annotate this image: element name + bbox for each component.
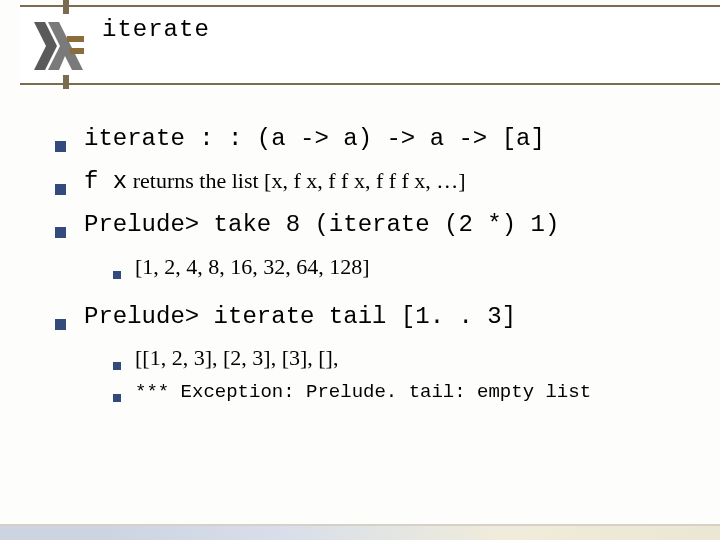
description-line: f x returns the list [x, f x, f f x, f f… xyxy=(84,163,466,200)
square-bullet-icon xyxy=(55,141,66,152)
prelude-example-1: Prelude> take 8 (iterate (2 *) 1) xyxy=(84,206,559,243)
header-rule-bottom xyxy=(20,83,720,85)
svg-rect-2 xyxy=(67,36,84,42)
sub-list: [[1, 2, 3], [2, 3], [3], [], *** Excepti… xyxy=(113,341,690,408)
square-bullet-icon xyxy=(55,319,66,330)
square-bullet-icon xyxy=(113,271,121,279)
sub-list: [1, 2, 4, 8, 16, 32, 64, 128] xyxy=(113,250,690,284)
header-tick-top xyxy=(63,0,69,14)
sub-bullet-item: [1, 2, 4, 8, 16, 32, 64, 128] xyxy=(113,250,690,284)
bullet-item: Prelude> iterate tail [1. . 3] xyxy=(55,298,690,335)
square-bullet-icon xyxy=(55,184,66,195)
square-bullet-icon xyxy=(113,394,121,402)
bullet-item: Prelude> take 8 (iterate (2 *) 1) xyxy=(55,206,690,243)
code-inline: f x xyxy=(84,168,127,195)
square-bullet-icon xyxy=(113,362,121,370)
page-title: iterate xyxy=(102,16,210,43)
haskell-logo-icon xyxy=(34,22,84,70)
sub-bullet-item: [[1, 2, 3], [2, 3], [3], [], xyxy=(113,341,690,375)
footer-gradient xyxy=(0,526,720,540)
exception-text: *** Exception: Prelude. tail: empty list xyxy=(135,378,591,407)
slide-content: iterate : : (a -> a) -> a -> [a] f x ret… xyxy=(55,120,690,421)
header-rule-top xyxy=(20,5,720,7)
result-list-2: [[1, 2, 3], [2, 3], [3], [], xyxy=(135,341,338,375)
sub-bullet-item: *** Exception: Prelude. tail: empty list xyxy=(113,378,690,407)
result-list-1: [1, 2, 4, 8, 16, 32, 64, 128] xyxy=(135,250,370,284)
description-text: returns the list [x, f x, f f x, f f f x… xyxy=(127,168,465,193)
prelude-example-2: Prelude> iterate tail [1. . 3] xyxy=(84,298,516,335)
square-bullet-icon xyxy=(55,227,66,238)
bullet-item: f x returns the list [x, f x, f f x, f f… xyxy=(55,163,690,200)
header-tick-bottom xyxy=(63,75,69,89)
svg-rect-3 xyxy=(70,48,84,54)
bullet-item: iterate : : (a -> a) -> a -> [a] xyxy=(55,120,690,157)
type-signature: iterate : : (a -> a) -> a -> [a] xyxy=(84,120,545,157)
